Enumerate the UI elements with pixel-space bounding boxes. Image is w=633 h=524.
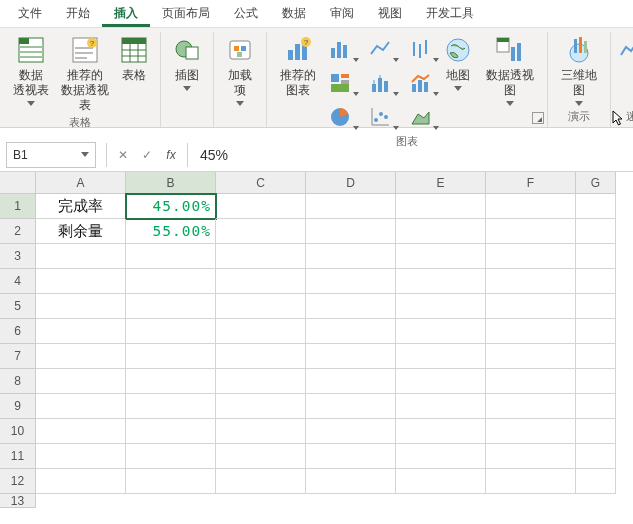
- cell-F8[interactable]: [486, 369, 576, 394]
- row-header-2[interactable]: 2: [0, 219, 36, 244]
- cell-D3[interactable]: [306, 244, 396, 269]
- cell-G10[interactable]: [576, 419, 616, 444]
- row-header-9[interactable]: 9: [0, 394, 36, 419]
- cell-E4[interactable]: [396, 269, 486, 294]
- cell-B8[interactable]: [126, 369, 216, 394]
- insert-function-button[interactable]: fx: [159, 148, 183, 162]
- cell-D6[interactable]: [306, 319, 396, 344]
- cell-A3[interactable]: [36, 244, 126, 269]
- tab-data[interactable]: 数据: [270, 0, 318, 27]
- table-button[interactable]: 表格: [114, 32, 154, 83]
- tab-formulas[interactable]: 公式: [222, 0, 270, 27]
- cell-B11[interactable]: [126, 444, 216, 469]
- cell-F9[interactable]: [486, 394, 576, 419]
- combo-chart-button[interactable]: [403, 68, 437, 98]
- cell-D2[interactable]: [306, 219, 396, 244]
- cell-F5[interactable]: [486, 294, 576, 319]
- cell-F12[interactable]: [486, 469, 576, 494]
- stock-chart-button[interactable]: [403, 34, 437, 64]
- cell-E7[interactable]: [396, 344, 486, 369]
- cell-E6[interactable]: [396, 319, 486, 344]
- cell-G2[interactable]: [576, 219, 616, 244]
- tab-review[interactable]: 审阅: [318, 0, 366, 27]
- cell-C2[interactable]: [216, 219, 306, 244]
- cell-D12[interactable]: [306, 469, 396, 494]
- cell-G9[interactable]: [576, 394, 616, 419]
- surface-chart-button[interactable]: [403, 102, 437, 132]
- cell-F10[interactable]: [486, 419, 576, 444]
- recommended-pivot-button[interactable]: ? 推荐的 数据透视表: [56, 32, 114, 113]
- cell-G4[interactable]: [576, 269, 616, 294]
- row-header-5[interactable]: 5: [0, 294, 36, 319]
- cell-A5[interactable]: [36, 294, 126, 319]
- row-header-13[interactable]: 13: [0, 494, 36, 508]
- cell-B2[interactable]: 55.00%: [126, 219, 216, 244]
- cell-C3[interactable]: [216, 244, 306, 269]
- row-header-4[interactable]: 4: [0, 269, 36, 294]
- tab-dev[interactable]: 开发工具: [414, 0, 486, 27]
- cell-F4[interactable]: [486, 269, 576, 294]
- cell-A1[interactable]: 完成率: [36, 194, 126, 219]
- pivot-table-button[interactable]: 数据 透视表: [6, 32, 56, 106]
- cell-G11[interactable]: [576, 444, 616, 469]
- cell-G7[interactable]: [576, 344, 616, 369]
- cell-C9[interactable]: [216, 394, 306, 419]
- recommended-charts-button[interactable]: ? 推荐的 图表: [273, 32, 323, 98]
- pie-chart-button[interactable]: [323, 102, 357, 132]
- cell-A2[interactable]: 剩余量: [36, 219, 126, 244]
- tab-view[interactable]: 视图: [366, 0, 414, 27]
- cell-A4[interactable]: [36, 269, 126, 294]
- pivot-chart-button[interactable]: 数据透视图: [479, 32, 541, 106]
- row-header-11[interactable]: 11: [0, 444, 36, 469]
- row-header-6[interactable]: 6: [0, 319, 36, 344]
- tab-layout[interactable]: 页面布局: [150, 0, 222, 27]
- formula-enter-button[interactable]: ✓: [135, 148, 159, 162]
- cell-A9[interactable]: [36, 394, 126, 419]
- cell-C1[interactable]: [216, 194, 306, 219]
- cell-D9[interactable]: [306, 394, 396, 419]
- cell-B4[interactable]: [126, 269, 216, 294]
- cell-D11[interactable]: [306, 444, 396, 469]
- row-header-10[interactable]: 10: [0, 419, 36, 444]
- map3d-button[interactable]: 三维地 图: [554, 32, 604, 106]
- cell-C6[interactable]: [216, 319, 306, 344]
- illustrations-button[interactable]: 插图: [167, 32, 207, 91]
- cell-D10[interactable]: [306, 419, 396, 444]
- cell-F2[interactable]: [486, 219, 576, 244]
- cell-B5[interactable]: [126, 294, 216, 319]
- cell-A11[interactable]: [36, 444, 126, 469]
- select-all-corner[interactable]: [0, 172, 36, 194]
- cell-F3[interactable]: [486, 244, 576, 269]
- tab-insert[interactable]: 插入: [102, 0, 150, 27]
- cell-G3[interactable]: [576, 244, 616, 269]
- row-header-3[interactable]: 3: [0, 244, 36, 269]
- cells-area[interactable]: 完成率 45.00% 剩余量 55.00%: [36, 194, 616, 494]
- cell-A7[interactable]: [36, 344, 126, 369]
- cell-C8[interactable]: [216, 369, 306, 394]
- col-header-B[interactable]: B: [126, 172, 216, 194]
- cell-E5[interactable]: [396, 294, 486, 319]
- cell-E10[interactable]: [396, 419, 486, 444]
- cell-E3[interactable]: [396, 244, 486, 269]
- cell-C5[interactable]: [216, 294, 306, 319]
- tab-file[interactable]: 文件: [6, 0, 54, 27]
- cell-E9[interactable]: [396, 394, 486, 419]
- cell-B7[interactable]: [126, 344, 216, 369]
- column-chart-button[interactable]: [323, 34, 357, 64]
- scatter-chart-button[interactable]: [363, 102, 397, 132]
- cell-E1[interactable]: [396, 194, 486, 219]
- cell-B1[interactable]: 45.00%: [126, 194, 216, 219]
- col-header-E[interactable]: E: [396, 172, 486, 194]
- addins-button[interactable]: 加载 项: [220, 32, 260, 106]
- cell-A8[interactable]: [36, 369, 126, 394]
- name-box[interactable]: B1: [6, 142, 96, 168]
- sparkline-line-button[interactable]: [617, 32, 633, 68]
- cell-A10[interactable]: [36, 419, 126, 444]
- cell-D4[interactable]: [306, 269, 396, 294]
- cell-B9[interactable]: [126, 394, 216, 419]
- cell-E2[interactable]: [396, 219, 486, 244]
- map-chart-button[interactable]: 地图: [437, 32, 479, 91]
- cell-A12[interactable]: [36, 469, 126, 494]
- line-chart-button[interactable]: [363, 34, 397, 64]
- row-header-8[interactable]: 8: [0, 369, 36, 394]
